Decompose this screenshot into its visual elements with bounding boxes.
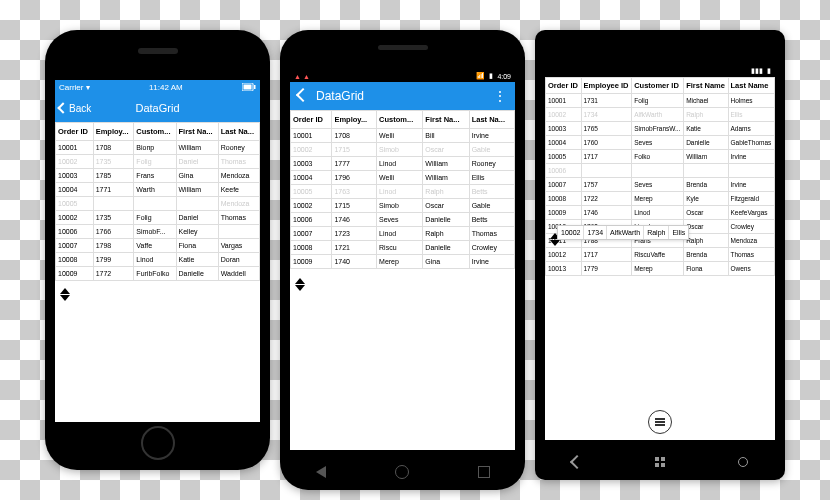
table-row[interactable]: 100011708WelliBillIrvine xyxy=(291,129,515,143)
column-header[interactable]: Last Na... xyxy=(218,123,259,141)
table-cell: 1715 xyxy=(332,143,377,157)
table-row[interactable]: 100091772FuribFolkoDanielleWaddell xyxy=(56,267,260,281)
table-cell: Crowley xyxy=(469,241,514,255)
search-nav-button[interactable] xyxy=(738,455,748,470)
table-cell: 10002 xyxy=(56,155,94,169)
table-cell: Thomas xyxy=(218,211,259,225)
table-cell: Folig xyxy=(134,155,176,169)
table-row[interactable]: 100011731FoligMichaelHolmes xyxy=(546,94,775,108)
table-cell: 10002 xyxy=(291,143,332,157)
android-nav-bar: DataGrid ⋮ xyxy=(290,82,515,110)
table-row[interactable]: 100031765SimobFransW...KatieAdams xyxy=(546,122,775,136)
table-row[interactable]: 100081722MerepKyleFitzgerald xyxy=(546,192,775,206)
back-nav-button[interactable] xyxy=(572,455,582,470)
table-row[interactable]: 100051763LinodRalphBetts xyxy=(291,185,515,199)
table-cell: Folig xyxy=(134,211,176,225)
table-row[interactable]: 100091740MerepGinaIrvine xyxy=(291,255,515,269)
overflow-menu-button[interactable]: ⋮ xyxy=(493,88,507,104)
table-cell: Irvine xyxy=(728,178,775,192)
column-header[interactable]: Custom... xyxy=(134,123,176,141)
column-header[interactable]: Order ID xyxy=(56,123,94,141)
back-button[interactable] xyxy=(298,89,308,103)
table-cell: 1765 xyxy=(581,122,632,136)
android-data-grid[interactable]: Order IDEmploy...Custom...First Na...Las… xyxy=(290,110,515,269)
table-cell: 10003 xyxy=(546,122,582,136)
table-row[interactable]: 100041796WelliWilliamEllis xyxy=(291,171,515,185)
table-cell: Ellis xyxy=(728,108,775,122)
table-row[interactable]: 100121717RiscuVaffeBrendaThomas xyxy=(546,248,775,262)
table-cell: 10007 xyxy=(56,239,94,253)
column-header[interactable]: Employ... xyxy=(93,123,134,141)
table-cell: Folko xyxy=(632,150,684,164)
column-header[interactable]: Custom... xyxy=(377,111,423,129)
table-cell: 1766 xyxy=(93,225,134,239)
table-row[interactable]: 100031777LinodWilliamRooney xyxy=(291,157,515,171)
page-title: DataGrid xyxy=(316,89,364,103)
table-cell: 10008 xyxy=(546,192,582,206)
table-cell: Seves xyxy=(377,213,423,227)
column-header[interactable]: Order ID xyxy=(291,111,332,129)
ios-grid-wrap: Order IDEmploy...Custom...First Na...Las… xyxy=(55,122,260,422)
column-header[interactable]: First Na... xyxy=(176,123,218,141)
table-row[interactable]: 100071757SevesBrendaIrvine xyxy=(546,178,775,192)
table-row[interactable]: 100021715SimobOscarGable xyxy=(291,143,515,157)
table-cell xyxy=(176,197,218,211)
back-nav-button[interactable] xyxy=(313,464,329,480)
table-row[interactable]: 100081721RiscuDanielleCrowley xyxy=(291,241,515,255)
table-row[interactable]: 100031785FransGinaMendoza xyxy=(56,169,260,183)
table-cell: Gable xyxy=(469,199,514,213)
table-cell: 1708 xyxy=(93,141,134,155)
table-row[interactable]: 100061746SevesDanielleBetts xyxy=(291,213,515,227)
column-header[interactable]: Order ID xyxy=(546,78,582,94)
table-row[interactable]: 10005Mendoza xyxy=(56,197,260,211)
table-row[interactable]: 100081799LinodKatieDoran xyxy=(56,253,260,267)
table-row[interactable]: 100091746LinodOscarKeefeVargas xyxy=(546,206,775,220)
column-header[interactable]: First Name xyxy=(684,78,728,94)
ios-data-grid[interactable]: Order IDEmploy...Custom...First Na...Las… xyxy=(55,122,260,281)
table-cell: Danielle xyxy=(423,213,469,227)
table-cell: Ralph xyxy=(684,108,728,122)
table-cell xyxy=(218,225,259,239)
dragging-row-overlay[interactable]: 100021734AlfkWarthRalphEllis xyxy=(557,225,689,240)
windows-screen: ▮▮▮ ▮ Order IDEmployee IDCustomer IDFirs… xyxy=(545,65,775,440)
table-row[interactable]: 100021715SimobOscarGable xyxy=(291,199,515,213)
table-cell: Seves xyxy=(632,178,684,192)
table-cell: Rooney xyxy=(469,157,514,171)
table-row[interactable]: 100071798VaffeFionaVargas xyxy=(56,239,260,253)
start-nav-button[interactable] xyxy=(655,455,665,470)
table-row[interactable]: 100071723LinodRalphThomas xyxy=(291,227,515,241)
table-cell: FuribFolko xyxy=(134,267,176,281)
home-nav-button[interactable] xyxy=(394,464,410,480)
table-row[interactable]: 100021735FoligDanielThomas xyxy=(56,155,260,169)
table-row[interactable]: 100041771WarthWilliamKeefe xyxy=(56,183,260,197)
table-cell: 10008 xyxy=(291,241,332,255)
table-cell: 10006 xyxy=(56,225,94,239)
float-cell: Ellis xyxy=(669,226,688,239)
table-row[interactable]: 100051717FolkoWilliamIrvine xyxy=(546,150,775,164)
row-drag-handle[interactable] xyxy=(59,285,71,303)
table-row[interactable]: 100021735FoligDanielThomas xyxy=(56,211,260,225)
column-header[interactable]: Customer ID xyxy=(632,78,684,94)
table-cell: Seves xyxy=(632,136,684,150)
svg-rect-1 xyxy=(243,85,251,90)
column-header[interactable]: Last Name xyxy=(728,78,775,94)
windows-data-grid[interactable]: Order IDEmployee IDCustomer IDFirst Name… xyxy=(545,77,775,276)
table-row[interactable]: 100041760SevesDanielleGableThomas xyxy=(546,136,775,150)
column-header[interactable]: Employee ID xyxy=(581,78,632,94)
table-cell: 10009 xyxy=(546,206,582,220)
column-header[interactable]: Last Na... xyxy=(469,111,514,129)
column-header[interactable]: Employ... xyxy=(332,111,377,129)
row-drag-handle[interactable] xyxy=(294,275,306,293)
table-row[interactable]: 100131779MerepFionaOwens xyxy=(546,262,775,276)
table-cell: 10002 xyxy=(546,108,582,122)
table-row[interactable]: 100021734AlfkWarthRalphEllis xyxy=(546,108,775,122)
back-button[interactable]: Back xyxy=(59,103,91,114)
column-header[interactable]: First Na... xyxy=(423,111,469,129)
table-row[interactable]: 100011708BionpWilliamRooney xyxy=(56,141,260,155)
recents-nav-button[interactable] xyxy=(476,464,492,480)
action-fab-button[interactable] xyxy=(648,410,672,434)
table-row[interactable]: 10006 xyxy=(546,164,775,178)
table-cell: 1746 xyxy=(332,213,377,227)
table-row[interactable]: 100061766SimobF...Kelley xyxy=(56,225,260,239)
table-cell: Betts xyxy=(469,213,514,227)
